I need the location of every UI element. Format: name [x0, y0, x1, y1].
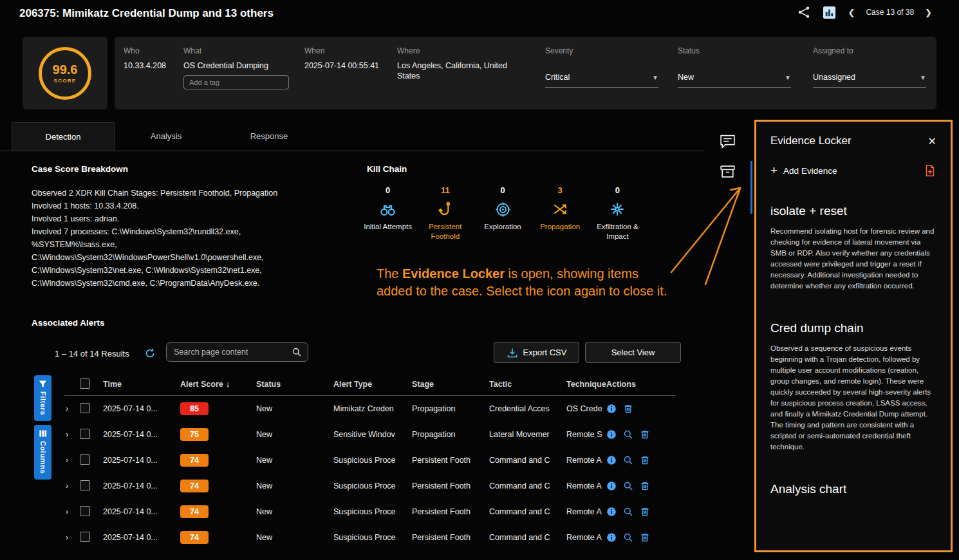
checkbox[interactable]	[80, 378, 90, 389]
plus-icon: +	[770, 165, 777, 176]
checkbox[interactable]	[80, 480, 90, 490]
checkbox[interactable]	[80, 454, 90, 465]
score-label: SCORE	[54, 78, 77, 84]
trash-icon[interactable]	[640, 507, 651, 518]
row-checkbox[interactable]	[80, 429, 103, 441]
filters-button[interactable]: Filters	[34, 375, 51, 421]
evidence-item-title: Analysis chart	[770, 482, 936, 496]
column-header-tactic[interactable]: Tactic	[489, 380, 566, 389]
chevron-left-icon[interactable]: ❮	[846, 6, 856, 19]
chevron-right-icon[interactable]: ❯	[924, 6, 933, 19]
alerts-table: TimeAlert Score↓StatusAlert TypeStageTac…	[64, 373, 676, 550]
trash-icon[interactable]	[640, 429, 651, 440]
trash-icon[interactable]	[640, 481, 651, 492]
row-checkbox[interactable]	[80, 454, 103, 467]
trash-icon[interactable]	[640, 532, 651, 543]
severity-dropdown[interactable]: Critical ▼	[545, 72, 658, 88]
burst-icon	[589, 200, 646, 219]
field-label: When	[304, 46, 379, 55]
column-header-alert-score[interactable]: Alert Score↓	[180, 380, 256, 389]
expand-chevron-icon[interactable]: ›	[64, 507, 80, 516]
magnifier-icon[interactable]	[623, 507, 634, 518]
field-label: Status	[678, 46, 791, 55]
add-evidence-button[interactable]: + Add Evidence	[770, 164, 936, 177]
breakdown-line: %SYSTEM%\lsass.exe,	[32, 238, 347, 251]
trash-icon[interactable]	[640, 455, 651, 466]
annotation-text: The Evidence Locker is open, showing ite…	[377, 265, 737, 300]
cell-actions	[606, 481, 676, 492]
info-icon[interactable]	[606, 532, 617, 543]
share-icon[interactable]	[796, 5, 812, 20]
magnifier-icon[interactable]	[623, 455, 634, 466]
kill-chain-stage[interactable]: 0Exploration	[474, 185, 531, 241]
info-icon[interactable]	[606, 481, 617, 492]
kill-chain-stage[interactable]: 11Persistent Foothold	[416, 185, 474, 241]
kill-chain-stage[interactable]: 3Propagation	[532, 185, 589, 241]
tab-analysis[interactable]: Analysis	[115, 122, 218, 151]
refresh-icon[interactable]	[144, 348, 156, 359]
column-label: Actions	[606, 380, 636, 389]
header-checkbox[interactable]	[80, 378, 103, 391]
field-value: 2025-07-14 00:55:41	[304, 61, 379, 71]
info-icon[interactable]	[606, 429, 617, 440]
column-header-alert-type[interactable]: Alert Type	[333, 380, 412, 389]
alert-score-badge: 74	[180, 480, 209, 492]
magnifier-icon[interactable]	[623, 481, 634, 492]
status-dropdown[interactable]: New ▼	[678, 72, 791, 88]
column-header-time[interactable]: Time	[103, 380, 180, 389]
columns-icon	[39, 429, 47, 438]
row-checkbox[interactable]	[80, 506, 103, 518]
target-icon	[474, 200, 531, 219]
column-header-technique[interactable]: Technique	[566, 380, 606, 389]
row-checkbox[interactable]	[80, 480, 103, 492]
columns-button[interactable]: Columns	[34, 425, 51, 480]
info-icon[interactable]	[606, 455, 617, 466]
file-plus-icon[interactable]	[924, 164, 936, 177]
tab-detection[interactable]: Detection	[12, 122, 115, 151]
evidence-locker-icon[interactable]	[719, 163, 737, 181]
kill-chain-stage[interactable]: 0Initial Attempts	[359, 185, 416, 241]
table-row: ›2025-07-14 0...74NewSuspicious ProcePer…	[64, 447, 676, 473]
checkbox[interactable]	[80, 429, 90, 439]
expand-chevron-icon[interactable]: ›	[64, 430, 80, 439]
search-icon	[292, 347, 302, 357]
evidence-item: Analysis chart	[770, 482, 936, 496]
checkbox[interactable]	[80, 532, 90, 542]
search-box	[166, 342, 308, 362]
info-icon[interactable]	[606, 507, 617, 518]
assigned-to-dropdown[interactable]: Unassigned ▼	[813, 72, 926, 88]
select-view-button[interactable]: Select View	[585, 342, 681, 363]
trash-icon[interactable]	[623, 404, 634, 415]
row-checkbox[interactable]	[80, 403, 103, 415]
expand-chevron-icon[interactable]: ›	[64, 404, 80, 413]
expand-chevron-icon[interactable]: ›	[64, 481, 80, 490]
expand-chevron-icon[interactable]: ›	[64, 533, 80, 542]
chart-widget-icon[interactable]	[821, 5, 837, 20]
cell-technique: Remote A	[566, 481, 606, 490]
column-header-actions[interactable]: Actions	[606, 380, 676, 389]
sort-desc-icon[interactable]: ↓	[226, 380, 230, 389]
close-icon[interactable]: ✕	[928, 135, 936, 147]
column-header-status[interactable]: Status	[256, 380, 333, 389]
column-header-stage[interactable]: Stage	[412, 380, 489, 389]
search-input[interactable]	[172, 347, 292, 357]
checkbox[interactable]	[80, 506, 90, 516]
tab-response[interactable]: Response	[218, 122, 321, 151]
case-nav-label: Case 13 of 38	[866, 8, 914, 17]
row-checkbox[interactable]	[80, 532, 103, 544]
info-icon[interactable]	[606, 404, 617, 415]
score-ring: 99.6 SCORE	[39, 47, 91, 100]
field-when: When 2025-07-14 00:55:41	[304, 46, 379, 71]
expand-chevron-icon[interactable]: ›	[64, 456, 80, 465]
magnifier-icon[interactable]	[623, 429, 634, 440]
checkbox[interactable]	[80, 403, 90, 413]
comment-icon[interactable]	[719, 133, 737, 151]
magnifier-icon[interactable]	[623, 532, 634, 543]
field-what: What OS Credential Dumping	[183, 46, 289, 89]
cell-alert-type: Sensitive Windov	[333, 430, 412, 439]
field-who: Who 10.33.4.208	[124, 46, 166, 71]
kill-chain-stage[interactable]: 0Exfiltration & Impact	[589, 185, 646, 241]
add-tag-input[interactable]	[183, 75, 289, 89]
field-severity: Severity Critical ▼	[545, 46, 658, 88]
export-csv-button[interactable]: Export CSV	[494, 342, 579, 363]
